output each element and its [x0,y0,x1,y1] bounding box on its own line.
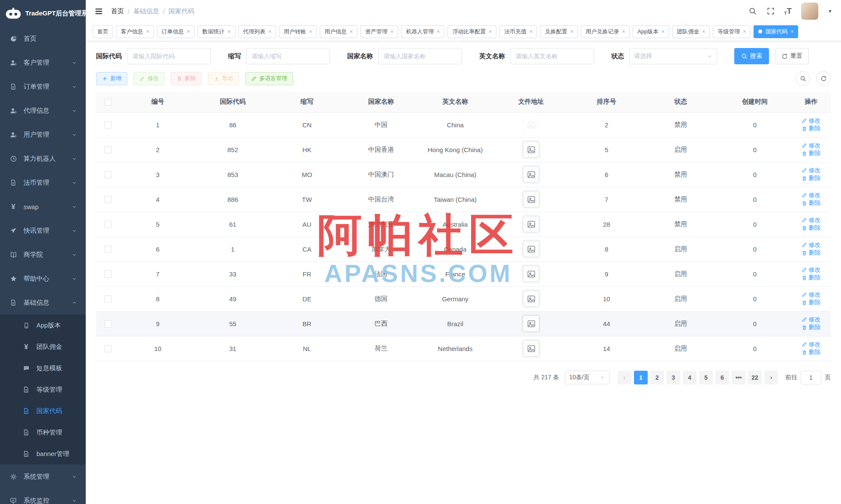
page-button[interactable]: 2 [650,371,664,384]
tab-13[interactable]: 用户兑换记录× [581,25,630,38]
delete-row-link[interactable]: 删除 [802,174,821,182]
row-checkbox[interactable] [105,171,112,178]
sidebar-item-user-mgmt[interactable]: 用户管理 [0,123,86,147]
row-checkbox[interactable] [105,196,112,203]
close-tab-icon[interactable]: × [790,29,793,35]
sidebar-item-business-school[interactable]: 商学院 [0,243,86,267]
tab-1[interactable]: 首页 [93,25,113,38]
close-tab-icon[interactable]: × [390,29,393,35]
edit-row-link[interactable]: 修改 [802,316,821,324]
sidebar-item-app-version[interactable]: App版本 [0,315,86,336]
sidebar-item-agent-info[interactable]: 代理信息 [0,99,86,123]
page-button[interactable]: 5 [699,371,713,384]
tab-10[interactable]: 浮动比率配置× [448,25,496,38]
tab-6[interactable]: 用户转账× [279,25,317,38]
edit-row-link[interactable]: 修改 [802,192,821,199]
delete-row-link[interactable]: 删除 [802,125,821,132]
tab-2[interactable]: 客户信息× [116,25,154,38]
close-tab-icon[interactable]: × [661,29,664,35]
row-checkbox[interactable] [105,146,112,153]
tab-8[interactable]: 资产管理× [360,25,398,38]
close-tab-icon[interactable]: × [622,29,625,35]
tab-5[interactable]: 代理列表× [238,25,276,38]
tab-12[interactable]: 兑换配置× [540,25,578,38]
intl-code-input[interactable] [127,48,211,64]
sidebar-item-sms-template[interactable]: 短息模板 [0,357,86,379]
delete-row-link[interactable]: 删除 [802,348,821,356]
edit-row-link[interactable]: 修改 [802,117,821,125]
sidebar-item-help-center[interactable]: 帮助中心 [0,267,86,291]
delete-row-link[interactable]: 删除 [802,150,821,157]
close-tab-icon[interactable]: × [437,29,440,35]
close-tab-icon[interactable]: × [146,29,149,35]
page-button[interactable]: 4 [683,371,697,384]
page-button[interactable]: 22 [748,371,762,384]
image-placeholder-icon[interactable] [523,266,539,282]
row-checkbox[interactable] [105,345,112,352]
abbr-input[interactable] [246,48,330,64]
search-button[interactable]: 搜索 [734,48,769,64]
sidebar-item-system-mgmt[interactable]: 系统管理 [0,465,86,489]
edit-row-link[interactable]: 修改 [802,291,821,299]
page-button[interactable]: 3 [667,371,680,384]
hamburger-icon[interactable] [94,7,103,16]
sidebar-item-swap[interactable]: ¥swap [0,195,86,219]
tab-11[interactable]: 法币充值× [499,25,537,38]
sidebar-item-basic-info[interactable]: 基础信息 [0,291,86,315]
close-tab-icon[interactable]: × [268,29,271,35]
close-tab-icon[interactable]: × [702,29,705,35]
sidebar-item-banner-mgmt[interactable]: banner管理 [0,443,86,465]
delete-row-link[interactable]: 删除 [802,274,821,282]
en-name-input[interactable] [510,48,594,64]
image-placeholder-icon[interactable] [523,291,539,307]
tab-4[interactable]: 数据统计× [198,25,235,38]
refresh-table-button[interactable] [816,71,831,86]
image-placeholder-icon[interactable] [523,216,539,232]
edit-row-link[interactable]: 修改 [802,266,821,274]
tab-16[interactable]: 等级管理× [713,25,751,38]
fullscreen-icon[interactable] [766,7,775,15]
page-button[interactable]: 1 [634,371,648,384]
tab-15[interactable]: 团队佣金× [672,25,710,38]
row-checkbox[interactable] [105,121,112,129]
sidebar-item-home[interactable]: 首页 [0,27,86,51]
sidebar-item-system-monitor[interactable]: 系统监控 [0,489,86,504]
row-checkbox[interactable] [105,270,112,278]
delete-row-link[interactable]: 删除 [802,249,821,257]
image-placeholder-icon[interactable] [523,340,539,357]
add-button[interactable]: 新增 [96,72,127,85]
select-all-checkbox[interactable] [105,99,112,106]
edit-row-link[interactable]: 修改 [802,216,821,224]
sidebar-item-currency-mgmt[interactable]: 币种管理 [0,422,86,443]
edit-row-link[interactable]: 修改 [802,142,821,150]
row-checkbox[interactable] [105,246,112,253]
edit-row-link[interactable]: 修改 [802,241,821,249]
sidebar-item-fiat-mgmt[interactable]: 法币管理 [0,171,86,195]
breadcrumb-item[interactable]: 首页 [111,7,124,15]
page-size-select[interactable]: 10条/页 [565,371,610,384]
toggle-search-button[interactable] [796,71,810,86]
close-tab-icon[interactable]: × [743,29,746,35]
tab-3[interactable]: 订单信息× [157,25,195,38]
close-tab-icon[interactable]: × [570,29,573,35]
sidebar-item-hashrate-robot[interactable]: 算力机器人 [0,147,86,171]
image-placeholder-icon[interactable] [523,315,539,332]
image-placeholder-icon[interactable] [523,141,539,158]
close-tab-icon[interactable]: × [309,29,312,35]
sidebar-item-team-commission[interactable]: ¥团队佣金 [0,336,86,357]
delete-row-link[interactable]: 删除 [802,199,821,207]
reset-button[interactable]: 重置 [775,48,809,64]
row-checkbox[interactable] [105,320,112,327]
close-tab-icon[interactable]: × [350,29,353,35]
sidebar-item-news-mgmt[interactable]: 快讯管理 [0,219,86,243]
delete-row-link[interactable]: 删除 [802,324,821,331]
close-tab-icon[interactable]: × [187,29,190,35]
close-tab-icon[interactable]: × [529,29,532,35]
chevron-down-icon[interactable]: ▼ [828,9,832,14]
delete-row-link[interactable]: 删除 [802,224,821,232]
edit-row-link[interactable]: 修改 [802,167,821,174]
sidebar-item-level-mgmt[interactable]: 等级管理 [0,379,86,400]
image-placeholder-icon[interactable] [523,241,539,257]
row-checkbox[interactable] [105,295,112,303]
more-pages-button[interactable]: ••• [732,371,745,384]
